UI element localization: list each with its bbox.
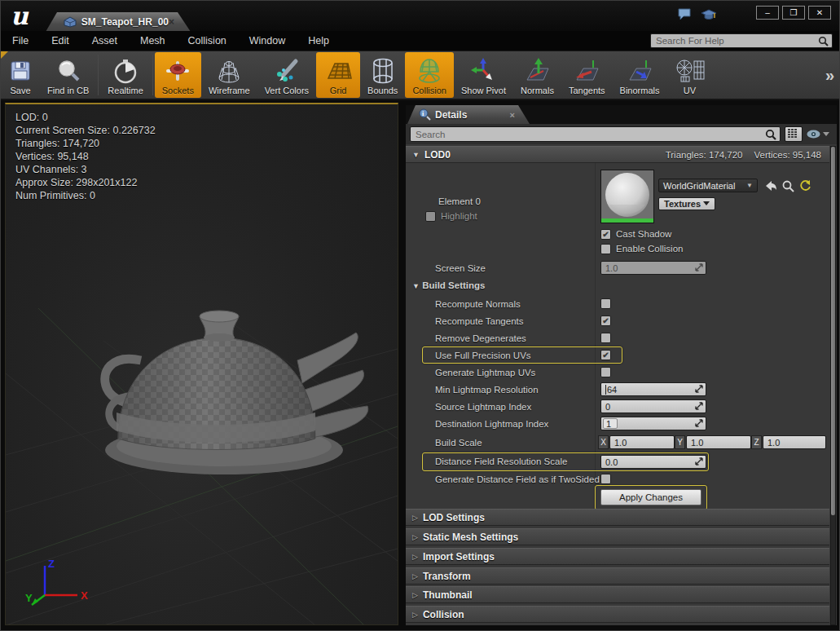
find-in-cb-button[interactable]: Find in CB bbox=[40, 52, 96, 98]
highlight-checkbox[interactable] bbox=[425, 211, 436, 222]
maximize-button[interactable]: ❐ bbox=[782, 6, 805, 20]
details-tab[interactable]: i Details × bbox=[407, 105, 530, 124]
source-lightmap-index-field[interactable]: 0 bbox=[600, 399, 706, 413]
teapot-mesh[interactable] bbox=[94, 307, 371, 486]
generate-distance-field-twosided-checkbox[interactable] bbox=[600, 474, 611, 484]
section-import-settings[interactable]: ▷Import Settings bbox=[406, 548, 829, 565]
cast-shadow-checkbox[interactable] bbox=[600, 229, 611, 240]
tutorial-icon[interactable] bbox=[701, 7, 717, 21]
expanded-arrow-icon: ▼ bbox=[412, 151, 420, 159]
asset-tab[interactable]: SM_Teapot_HR_00 × bbox=[46, 12, 191, 32]
menu-file[interactable]: File bbox=[1, 35, 40, 46]
remove-degenerates-checkbox[interactable] bbox=[600, 333, 611, 343]
3d-viewport[interactable]: LOD: 0 Current Screen Size: 0.226732 Tri… bbox=[5, 103, 398, 625]
sockets-icon bbox=[164, 56, 191, 86]
stat-lod: LOD: 0 bbox=[15, 111, 156, 124]
menu-collision[interactable]: Collision bbox=[177, 35, 238, 46]
screen-size-field[interactable]: 1.0 bbox=[600, 261, 706, 275]
details-tab-close-icon[interactable]: × bbox=[510, 110, 515, 120]
sockets-button[interactable]: Sockets bbox=[155, 52, 201, 98]
toolbar-overflow-button[interactable]: » bbox=[825, 66, 834, 85]
scrollbar-thumb[interactable] bbox=[831, 147, 835, 515]
material-select-dropdown[interactable]: WorldGridMaterial▼ bbox=[658, 179, 758, 192]
wireframe-button[interactable]: Wireframe bbox=[201, 52, 257, 98]
help-search-input[interactable] bbox=[656, 36, 818, 46]
toolbar-separator bbox=[98, 55, 99, 95]
save-button[interactable]: Save bbox=[1, 52, 40, 98]
section-thumbnail[interactable]: ▷Thumbnail bbox=[406, 586, 829, 603]
build-scale-z-field[interactable]: 1.0 bbox=[763, 435, 826, 449]
build-settings-header[interactable]: ▼ Build Settings bbox=[412, 280, 485, 290]
vert-colors-button[interactable]: Vert Colors bbox=[257, 52, 316, 98]
close-button[interactable]: ✕ bbox=[808, 6, 831, 20]
section-static-mesh-settings[interactable]: ▷Static Mesh Settings bbox=[406, 528, 829, 545]
display-filter-button[interactable] bbox=[785, 126, 803, 142]
realtime-button[interactable]: Realtime bbox=[100, 52, 150, 98]
unreal-logo-icon: u bbox=[11, 2, 38, 30]
collapsed-arrow-icon: ▷ bbox=[412, 533, 418, 541]
textures-dropdown-button[interactable]: Textures bbox=[658, 197, 715, 210]
titlebar[interactable]: u SM_Teapot_HR_00 × – ❐ ✕ bbox=[1, 1, 839, 31]
details-tab-strip: i Details × bbox=[406, 105, 837, 124]
paint-pen-icon bbox=[273, 56, 301, 86]
recompute-tangents-checkbox[interactable] bbox=[600, 316, 611, 326]
apply-changes-button[interactable]: Apply Changes bbox=[600, 489, 701, 505]
details-tab-label: Details bbox=[435, 109, 467, 121]
show-pivot-button[interactable]: Show Pivot bbox=[454, 52, 513, 98]
section-lod-settings[interactable]: ▷LOD Settings bbox=[406, 509, 829, 526]
menu-help[interactable]: Help bbox=[297, 35, 341, 46]
expanded-arrow-icon: ▼ bbox=[412, 282, 420, 290]
toolbar-separator bbox=[152, 55, 153, 95]
property-matrix-icon bbox=[788, 129, 799, 139]
normals-button[interactable]: Normals bbox=[513, 52, 561, 98]
details-search-input[interactable] bbox=[416, 130, 765, 139]
details-panel: i Details × ▼ LOD0 Triangles: 174,72 bbox=[406, 105, 837, 625]
view-options-button[interactable] bbox=[807, 130, 833, 139]
magnifier-icon bbox=[55, 56, 81, 86]
save-icon bbox=[8, 56, 33, 86]
uv-button[interactable]: UV bbox=[667, 52, 713, 98]
eye-icon bbox=[807, 130, 820, 139]
use-full-precision-uvs-checkbox[interactable] bbox=[600, 350, 611, 360]
tangents-icon bbox=[572, 56, 601, 86]
generate-lightmap-uvs-checkbox[interactable] bbox=[600, 367, 611, 377]
enable-collision-label: Enable Collision bbox=[616, 244, 683, 254]
grid-button[interactable]: Grid bbox=[316, 52, 360, 98]
enable-collision-checkbox[interactable] bbox=[600, 244, 611, 254]
section-transform[interactable]: ▷Transform bbox=[406, 567, 829, 585]
destination-lightmap-index-field[interactable]: 1 bbox=[600, 417, 706, 430]
collision-button[interactable]: Collision bbox=[405, 52, 454, 98]
details-search-row bbox=[406, 124, 837, 144]
lod0-title: LOD0 bbox=[424, 149, 451, 161]
min-lightmap-resolution-field[interactable]: 64 bbox=[600, 382, 706, 396]
tangents-button[interactable]: Tangents bbox=[561, 52, 613, 98]
tab-close-icon[interactable]: × bbox=[169, 16, 174, 28]
recompute-normals-checkbox[interactable] bbox=[600, 298, 611, 309]
build-scale-x-field[interactable]: 1.0 bbox=[609, 435, 675, 449]
details-scrollbar[interactable] bbox=[830, 146, 836, 625]
screen-size-label: Screen Size bbox=[435, 263, 486, 273]
bounds-button[interactable]: Bounds bbox=[360, 52, 405, 98]
wireframe-icon bbox=[217, 56, 241, 86]
collapsed-arrow-icon: ▷ bbox=[412, 514, 418, 522]
use-selected-arrow-icon[interactable] bbox=[764, 180, 777, 192]
details-search-icon bbox=[765, 129, 776, 140]
distance-field-resolution-scale-field[interactable]: 0.0 bbox=[600, 455, 706, 469]
binormals-button[interactable]: Binormals bbox=[613, 52, 667, 98]
lod0-header[interactable]: ▼ LOD0 Triangles: 174,720 Vertices: 95,1… bbox=[406, 146, 829, 163]
lod0-triangles: Triangles: 174,720 bbox=[666, 150, 743, 160]
menu-asset[interactable]: Asset bbox=[81, 35, 129, 46]
browse-to-asset-icon[interactable] bbox=[782, 180, 794, 192]
reset-to-default-icon[interactable] bbox=[800, 180, 811, 192]
build-scale-x-chip: X bbox=[598, 435, 609, 449]
menu-window[interactable]: Window bbox=[238, 35, 297, 46]
build-scale-y-field[interactable]: 1.0 bbox=[686, 435, 751, 449]
section-collision[interactable]: ▷Collision bbox=[406, 606, 829, 623]
menu-mesh[interactable]: Mesh bbox=[129, 35, 177, 46]
destination-lightmap-index-label: Destination Lightmap Index bbox=[435, 419, 548, 429]
minimize-button[interactable]: – bbox=[756, 6, 779, 20]
menu-edit[interactable]: Edit bbox=[40, 35, 81, 46]
toolbar: Save Find in CB Realtime Sockets Wirefra… bbox=[1, 51, 839, 100]
material-thumbnail[interactable] bbox=[600, 170, 654, 223]
feedback-icon[interactable] bbox=[677, 7, 693, 21]
